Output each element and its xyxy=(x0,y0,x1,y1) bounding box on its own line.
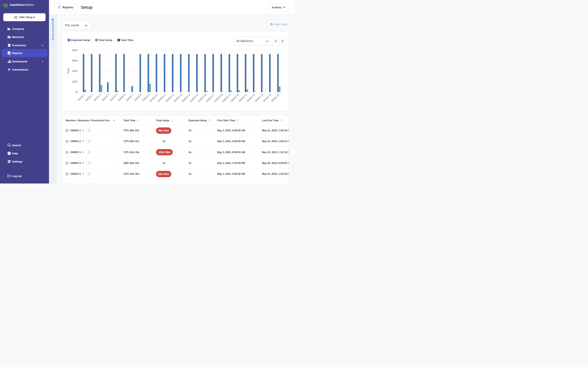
svg-text:SWISS 5: SWISS 5 xyxy=(109,93,118,101)
svg-text:SWISS 22: SWISS 22 xyxy=(246,93,256,103)
svg-text:SWISS 17: SWISS 17 xyxy=(206,93,215,103)
svg-text:200h: 200h xyxy=(72,80,78,83)
svg-text:SWISS 2: SWISS 2 xyxy=(85,93,93,101)
svg-text:SWISS 7: SWISS 7 xyxy=(126,93,134,101)
svg-text:SWISS 12: SWISS 12 xyxy=(165,93,174,103)
svg-text:SWISS 11: SWISS 11 xyxy=(157,93,166,102)
svg-text:SWISS 8: SWISS 8 xyxy=(134,93,142,101)
svg-text:600h: 600h xyxy=(72,59,78,62)
svg-text:0s: 0s xyxy=(75,91,78,94)
svg-text:SWISS 18: SWISS 18 xyxy=(214,93,223,103)
svg-text:400h: 400h xyxy=(72,70,78,73)
svg-text:SWISS 13: SWISS 13 xyxy=(173,93,182,103)
svg-text:SWISS 23: SWISS 23 xyxy=(254,93,264,103)
svg-text:SWISS 24: SWISS 24 xyxy=(262,93,272,103)
svg-text:SWISS 10: SWISS 10 xyxy=(149,93,158,103)
svg-text:SWISS 15: SWISS 15 xyxy=(190,93,199,103)
svg-text:SWISS 16: SWISS 16 xyxy=(198,93,207,103)
svg-text:?: ? xyxy=(8,152,10,155)
svg-text:800h: 800h xyxy=(72,49,78,52)
svg-text:SWISS 14: SWISS 14 xyxy=(181,93,191,103)
svg-text:SWISS 4: SWISS 4 xyxy=(101,93,110,102)
svg-text:SWISS 9: SWISS 9 xyxy=(142,93,150,101)
svg-text:SWISS 25: SWISS 25 xyxy=(270,93,280,103)
svg-text:SWISS 19: SWISS 19 xyxy=(222,93,231,103)
svg-text:SWISS 21: SWISS 21 xyxy=(238,93,247,103)
svg-text:SWISS 1: SWISS 1 xyxy=(77,93,85,101)
svg-text:SWISS 20: SWISS 20 xyxy=(230,93,239,103)
svg-text:SWISS 3: SWISS 3 xyxy=(93,93,102,101)
svg-text:Time: Time xyxy=(67,68,70,74)
svg-text:SWISS 6: SWISS 6 xyxy=(117,93,126,101)
